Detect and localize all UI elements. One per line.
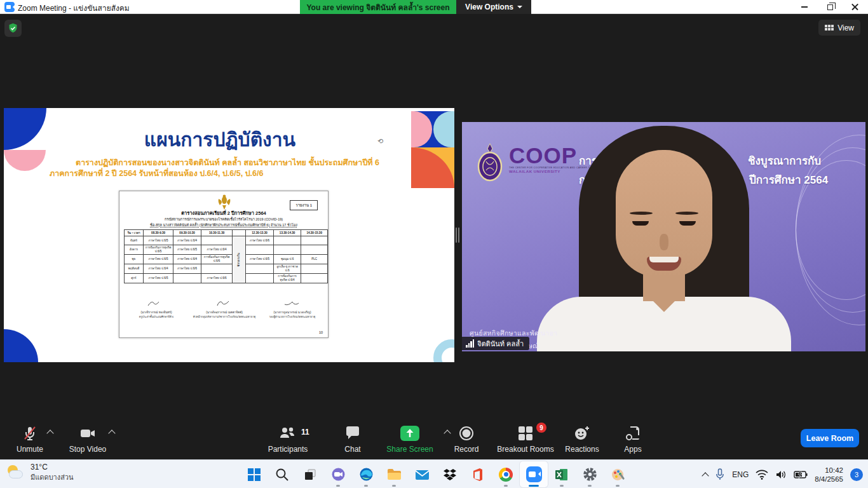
signature-block: (นางอัจฉราภรณ์ เมตตาจิตต์) หัวหน้ากลุ่มบ…	[191, 298, 257, 319]
mail-envelope-icon	[415, 468, 430, 481]
record-button[interactable]: Record	[447, 425, 485, 454]
excel-button[interactable]	[548, 461, 576, 487]
signature-block: (นางจิราภรณ์ ทองอินทร์) ครูประจำชั้นประถ…	[123, 298, 189, 319]
audio-signal-icon	[466, 339, 474, 348]
grid-view-icon	[825, 25, 834, 30]
reactions-button[interactable]: Reactions	[559, 425, 605, 454]
person-face	[616, 150, 712, 277]
minimize-icon	[801, 6, 808, 8]
taskbar-weather-widget[interactable]: 31°C มีแดดบางส่วน	[6, 463, 74, 483]
window-titlebar: Zoom Meeting - แข่งขันสายสังคม You are v…	[0, 0, 868, 14]
breakout-rooms-button[interactable]: Breakout Rooms 9	[493, 425, 558, 454]
minimize-button[interactable]	[792, 0, 817, 14]
chat-button[interactable]: Chat	[336, 425, 370, 454]
start-button[interactable]	[240, 461, 268, 487]
signature-row: (นางจิราภรณ์ ทองอินทร์) ครูประจำชั้นประถ…	[123, 298, 325, 319]
table-row: ศุกร์ภาษาไทย ป.6/5 ภาษาไทย ป.6/6 การป้อง…	[125, 273, 328, 283]
webcam-video-tile: COOP THE CENTER FOR COOPERATIVE EDUCATIO…	[462, 122, 865, 351]
tray-expand-chevron[interactable]	[702, 472, 709, 479]
search-button[interactable]	[268, 461, 296, 487]
chrome-button[interactable]	[492, 461, 520, 487]
windows-taskbar: 31°C มีแดดบางส่วน	[0, 459, 868, 488]
notification-badge[interactable]: 3	[850, 468, 863, 481]
slide-title: แผนการปฏิบัติงาน	[4, 125, 436, 154]
edge-icon	[359, 467, 374, 482]
pane-divider-handle[interactable]	[456, 227, 457, 243]
meeting-stage: View แผนการปฏิบัติงาน ⟲ ตารางปฏิบัติการส…	[0, 14, 868, 459]
wifi-icon[interactable]	[756, 470, 768, 480]
participants-button[interactable]: Participants 11	[259, 425, 316, 454]
file-explorer-button[interactable]	[380, 461, 408, 487]
tray-microphone-icon[interactable]	[715, 468, 725, 481]
settings-button[interactable]	[576, 461, 604, 487]
office-button[interactable]	[464, 461, 492, 487]
reactions-smiley-icon	[574, 425, 590, 442]
stop-video-button[interactable]: Stop Video	[65, 425, 111, 454]
office-icon	[471, 468, 485, 482]
task-view-icon	[303, 468, 317, 482]
chrome-icon	[499, 468, 513, 482]
edge-button[interactable]	[352, 461, 380, 487]
pane-divider-handle[interactable]	[458, 227, 459, 243]
battery-charging-icon[interactable]	[794, 470, 808, 479]
close-button[interactable]	[843, 0, 868, 14]
search-icon	[275, 468, 289, 482]
speaker-icon[interactable]	[775, 470, 787, 480]
banner-text: ชิงบูรณาการกับ	[748, 152, 821, 169]
view-layout-button[interactable]: View	[818, 20, 860, 36]
weather-condition: มีแดดบางส่วน	[31, 471, 74, 483]
lunch-column: พักกลางวัน	[233, 236, 246, 283]
table-header-row: วัน – เวลา 08.30-9.30 09.30-10.30 10.30-…	[125, 230, 328, 236]
video-camera-icon	[79, 425, 97, 442]
zoom-app-icon	[4, 2, 15, 12]
banner-text: ปีการศึกษา 2564	[749, 171, 828, 188]
signature-scribble	[147, 301, 166, 307]
windows-start-icon	[247, 468, 261, 482]
window-title: Zoom Meeting - แข่งขันสายสังคม	[18, 2, 130, 14]
restore-icon	[827, 4, 833, 10]
dropbox-button[interactable]	[436, 461, 464, 487]
clock[interactable]: 10:42 8/4/2565	[815, 466, 843, 484]
teams-chat-button[interactable]	[324, 461, 352, 487]
participants-count: 11	[301, 428, 309, 437]
shared-screen-slide: แผนการปฏิบัติงาน ⟲ ตารางปฏิบัติการสอนของ…	[4, 108, 454, 362]
security-shield-button[interactable]	[4, 20, 22, 37]
slide-subtitle: ตารางปฏิบัติการสอนของนางสาวจิตตินันท์ คล…	[50, 158, 405, 179]
schedule-document: รายงาน 1 ตารางสอนภาคเรียนที่ 2 ปีการศึกษ…	[119, 191, 329, 338]
decor-ring-cyan	[433, 339, 454, 362]
weather-temp: 31°C	[31, 463, 74, 471]
teams-chat-icon	[331, 467, 346, 482]
language-indicator[interactable]: ENG	[732, 470, 749, 479]
viewing-screen-banner: You are viewing จิตตินันท์ คลล้ำ's scree…	[300, 0, 456, 14]
maximize-button[interactable]	[817, 0, 843, 14]
paint-palette-icon	[611, 467, 625, 482]
participants-icon	[278, 425, 297, 442]
view-options-button[interactable]: View Options	[456, 0, 531, 14]
signature-scribble	[283, 301, 302, 307]
page-number: 10	[319, 330, 323, 334]
table-row: อังคารการป้องกันการทุจริต ป.6/5 ภาษาไทย …	[125, 245, 328, 255]
apps-button[interactable]: Apps	[615, 425, 651, 454]
weather-icon	[6, 464, 25, 481]
shield-check-icon	[8, 23, 18, 34]
table-row: จันทร์ภาษาไทย ป.6/5 ภาษาไทย ป.6/4 พักกลา…	[125, 236, 328, 245]
paint-button[interactable]	[604, 461, 632, 487]
tray-time: 10:42	[815, 466, 843, 475]
meeting-toolbar: Unmute Stop Video Participants 11 Chat	[0, 420, 868, 459]
person-shirt	[537, 297, 791, 351]
webcam-footer-fragment: ษณ์	[528, 341, 539, 351]
gear-icon	[583, 467, 597, 482]
teaching-schedule-table: วัน – เวลา 08.30-9.30 09.30-10.30 10.30-…	[124, 229, 328, 283]
share-screen-button[interactable]: Share Screen	[381, 425, 438, 454]
mail-button[interactable]	[408, 461, 436, 487]
chevron-down-icon	[517, 6, 522, 11]
microphone-muted-icon	[22, 425, 38, 442]
zoom-taskbar-button[interactable]	[520, 461, 548, 487]
unmute-button[interactable]: Unmute	[9, 425, 51, 454]
dropbox-icon	[443, 468, 457, 482]
document-name-line: ชื่อ-สกุล นางสาวจิตตินันท์ คลล้ำ (นักศึก…	[119, 222, 328, 227]
zoom-icon	[526, 466, 542, 482]
leave-room-button[interactable]: Leave Room	[801, 429, 859, 447]
record-icon	[458, 425, 475, 442]
task-view-button[interactable]	[296, 461, 324, 487]
